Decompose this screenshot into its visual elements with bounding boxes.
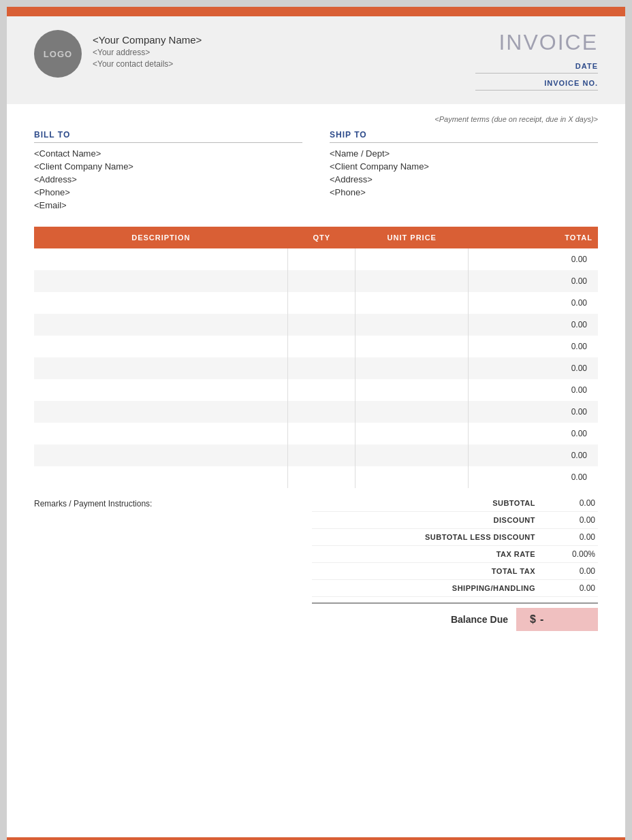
table-row: 0.00 [34,357,598,379]
table-row: 0.00 [34,314,598,336]
cell-unit-price [356,401,469,423]
cell-description [34,423,288,445]
shipping-value: 0.00 [543,583,598,593]
cell-description [34,466,288,488]
subtotal-label: SUBTOTAL [312,499,543,507]
table-row: 0.00 [34,270,598,292]
cell-description [34,379,288,401]
cell-unit-price [356,336,469,357]
balance-amount: - [540,613,543,626]
totals-area: Remarks / Payment Instructions: SUBTOTAL… [34,488,598,645]
table-row: 0.00 [34,336,598,357]
table-row: 0.00 [34,379,598,401]
cell-qty [288,248,356,270]
cell-qty [288,401,356,423]
invoice-no-label: INVOICE NO. [544,79,598,87]
company-text: <Your Company Name> <Your address> <Your… [93,30,202,69]
col-description: DESCRIPTION [34,227,288,248]
discount-row: DISCOUNT 0.00 [312,512,598,529]
invoice-page: LOGO <Your Company Name> <Your address> … [7,7,625,840]
top-bar [7,7,625,16]
col-unit-price: UNIT PRICE [356,227,469,248]
cell-total: 0.00 [469,270,598,292]
cell-qty [288,357,356,379]
date-line [475,73,598,74]
ship-name-dept: <Name / Dept> [330,148,598,159]
bill-address: <Address> [34,174,302,184]
cell-description [34,401,288,423]
discount-label: DISCOUNT [312,516,543,524]
cell-qty [288,270,356,292]
bill-to-label: BILL TO [34,130,302,143]
table-row: 0.00 [34,445,598,466]
cell-qty [288,292,356,314]
invoice-no-row: INVOICE NO. [475,79,598,91]
table-row: 0.00 [34,423,598,445]
total-tax-label: TOTAL TAX [312,567,543,575]
balance-due-label: Balance Due [451,614,516,625]
remarks-block: Remarks / Payment Instructions: [34,495,312,508]
table-header-row: DESCRIPTION QTY UNIT PRICE TOTAL [34,227,598,248]
cell-unit-price [356,379,469,401]
cell-total: 0.00 [469,314,598,336]
cell-description [34,314,288,336]
cell-total: 0.00 [469,423,598,445]
table-row: 0.00 [34,248,598,270]
cell-total: 0.00 [469,292,598,314]
bill-email: <Email> [34,200,302,210]
subtotal-row: SUBTOTAL 0.00 [312,495,598,512]
bottom-bar [7,837,625,840]
cell-qty [288,466,356,488]
table-row: 0.00 [34,401,598,423]
invoice-no-line [475,90,598,91]
cell-total: 0.00 [469,445,598,466]
cell-description [34,336,288,357]
cell-description [34,270,288,292]
cell-total: 0.00 [469,466,598,488]
total-tax-value: 0.00 [543,566,598,576]
header-section: LOGO <Your Company Name> <Your address> … [7,16,625,104]
bill-to-block: BILL TO <Contact Name> <Client Company N… [34,130,302,213]
shipping-row: SHIPPING/HANDLING 0.00 [312,580,598,597]
bill-contact-name: <Contact Name> [34,148,302,159]
cell-unit-price [356,292,469,314]
tax-rate-value: 0.00% [543,549,598,559]
cell-qty [288,336,356,357]
logo: LOGO [34,30,82,78]
ship-client-company: <Client Company Name> [330,161,598,172]
date-label: DATE [575,62,598,70]
subtotal-value: 0.00 [543,498,598,508]
remarks-label: Remarks / Payment Instructions: [34,499,152,508]
invoice-title: INVOICE [499,30,598,55]
ship-to-block: SHIP TO <Name / Dept> <Client Company Na… [330,130,598,213]
invoice-meta: DATE INVOICE NO. [475,62,598,91]
ship-to-label: SHIP TO [330,130,598,143]
company-info: LOGO <Your Company Name> <Your address> … [34,30,202,78]
invoice-right: INVOICE DATE INVOICE NO. [475,30,598,91]
cell-unit-price [356,314,469,336]
totals-block: SUBTOTAL 0.00 DISCOUNT 0.00 SUBTOTAL LES… [312,495,598,631]
cell-total: 0.00 [469,401,598,423]
cell-qty [288,423,356,445]
cell-description [34,357,288,379]
cell-total: 0.00 [469,248,598,270]
balance-currency: $ [530,613,536,626]
items-table: DESCRIPTION QTY UNIT PRICE TOTAL 0.00 0.… [34,227,598,488]
cell-unit-price [356,466,469,488]
date-row: DATE [475,62,598,74]
balance-due-row: Balance Due $ - [312,602,598,631]
cell-unit-price [356,357,469,379]
tax-rate-row: TAX RATE 0.00% [312,546,598,563]
company-contact: <Your contact details> [93,59,202,69]
ship-phone: <Phone> [330,187,598,197]
company-name: <Your Company Name> [93,34,202,46]
cell-unit-price [356,270,469,292]
body-section: <Payment terms (due on receipt, due in X… [7,104,625,837]
cell-unit-price [356,445,469,466]
cell-description [34,445,288,466]
cell-qty [288,445,356,466]
table-row: 0.00 [34,292,598,314]
cell-total: 0.00 [469,357,598,379]
cell-total: 0.00 [469,379,598,401]
shipping-label: SHIPPING/HANDLING [312,584,543,592]
